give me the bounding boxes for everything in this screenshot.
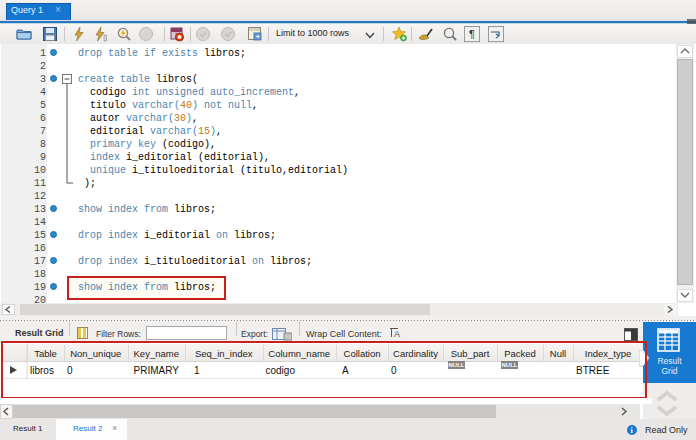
svg-text:¶: ¶ — [469, 28, 475, 40]
svg-text:A: A — [394, 329, 400, 339]
